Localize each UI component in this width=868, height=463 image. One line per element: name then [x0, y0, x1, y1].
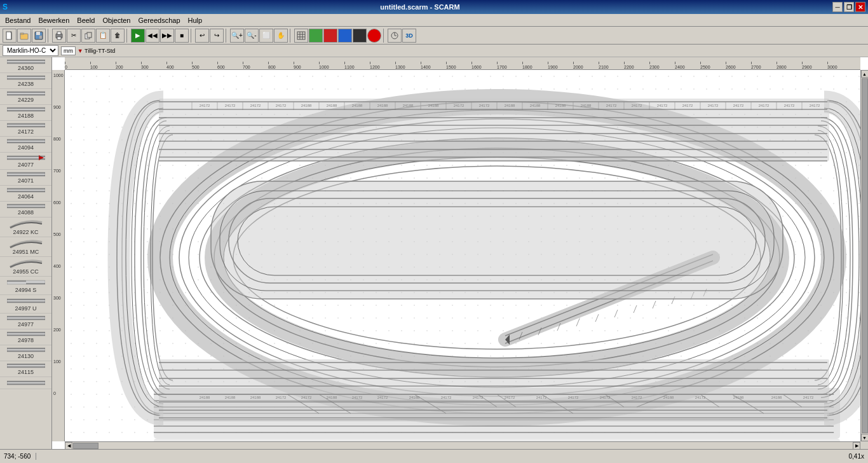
zoom-in-button[interactable]: 🔍+ [230, 29, 244, 43]
track-canvas[interactable]: 24172 24172 24172 24172 24188 24188 2418… [65, 70, 860, 449]
sidebar-item-24188[interactable]: 24188 [0, 105, 51, 121]
restore-button[interactable]: ❐ [844, 2, 854, 12]
color-dark-button[interactable] [353, 29, 367, 43]
save-button[interactable] [32, 29, 46, 43]
sidebar-item-24978[interactable]: 24978 [0, 329, 51, 345]
open-button[interactable] [17, 29, 31, 43]
ruler-mark-1300: 1300 [395, 65, 405, 69]
minimize-button[interactable]: ─ [832, 2, 843, 12]
print-button[interactable] [52, 29, 66, 43]
sidebar-item-24071[interactable]: 24071 [0, 170, 51, 186]
pan-button[interactable]: ✋ [274, 29, 288, 43]
sidebar-item-24951mc[interactable]: 24951 MC [0, 237, 51, 257]
sidebar-item-24997u-label: 24997 U [15, 305, 36, 312]
grid-button[interactable] [294, 29, 308, 43]
sidebar-item-24077[interactable]: 24077 [0, 153, 51, 170]
sidebar-item-24130[interactable]: 24130 [0, 345, 51, 361]
sidebar-item-24977[interactable]: 24977 [0, 314, 51, 329]
close-button[interactable]: ✕ [855, 2, 865, 12]
sidebar-item-24094-label: 24094 [18, 144, 34, 151]
zoom-out-button[interactable]: 🔍- [245, 29, 259, 43]
titlebar: S untitled.scarm - SCARM ─ ❐ ✕ [0, 0, 868, 14]
sidebar-item-24360[interactable]: 24360 [0, 57, 51, 73]
sidebar-item-extra[interactable] [0, 377, 51, 389]
sidebar-item-24977-label: 24977 [18, 321, 34, 328]
ruler-mark-v-900: 900 [53, 105, 61, 109]
menu-bewerken[interactable]: Bewerken [34, 15, 73, 25]
copy-button[interactable] [81, 29, 95, 43]
ruler-mark-1200: 1200 [370, 65, 380, 69]
ruler-top: 0 100 200 300 400 500 600 700 800 900 10… [65, 57, 860, 70]
ruler-mark-v-700: 700 [53, 169, 61, 173]
cut-button[interactable]: ✂ [67, 29, 81, 43]
sidebar-item-24094[interactable]: 24094 [0, 137, 51, 153]
color-red-button[interactable] [323, 29, 337, 43]
ruler-mark-1700: 1700 [497, 65, 507, 69]
sidebar-item-24188-label: 24188 [18, 113, 34, 119]
sep1 [48, 29, 50, 43]
3d-button[interactable]: 3D [402, 29, 416, 43]
ruler-mark-3000: 3000 [827, 65, 837, 69]
scrollbar-right[interactable]: ▲ ▼ [860, 70, 868, 441]
scroll-up-button[interactable]: ▲ [861, 70, 869, 78]
stop-button[interactable]: ■ [175, 29, 189, 43]
scroll-right-button[interactable]: ▶ [853, 442, 860, 450]
titlebar-left: S [3, 3, 8, 11]
sidebar-item-24172[interactable]: 24172 [0, 121, 51, 137]
sidebar-item-24229[interactable]: 24229 [0, 89, 51, 105]
menubar: Bestand Bewerken Beeld Objecten Gereedsc… [0, 14, 868, 27]
track-library-label: ▼ Tillig-TT-Std [78, 48, 115, 54]
sidebar-item-24088[interactable]: 24088 [0, 202, 51, 218]
menu-objecten[interactable]: Objecten [98, 15, 134, 25]
sidebar-item-24115[interactable]: 24115 [0, 361, 51, 377]
ruler-mark-2800: 2800 [776, 65, 787, 69]
rewind-button[interactable]: ◀◀ [146, 29, 159, 43]
scroll-thumb-horizontal[interactable] [73, 443, 98, 449]
sidebar-item-24077-label: 24077 [18, 162, 34, 168]
sep2 [126, 29, 129, 43]
menu-hulp[interactable]: Hulp [184, 15, 207, 25]
svg-rect-4 [36, 32, 40, 35]
scroll-left-button[interactable]: ◀ [65, 442, 72, 450]
sidebar-item-24238[interactable]: 24238 [0, 73, 51, 89]
paste-button[interactable]: 📋 [96, 29, 110, 43]
ruler-mark-900: 900 [294, 65, 301, 69]
ruler-left: 1000 900 800 700 600 500 400 300 200 100… [52, 70, 65, 441]
ruler-mark-1800: 1800 [522, 65, 532, 69]
sidebar-item-24064[interactable]: 24064 [0, 186, 51, 202]
zoom-fit-button[interactable]: ⬜ [259, 29, 273, 43]
ruler-mark-v-500: 500 [53, 232, 61, 237]
ruler-mark-1100: 1100 [344, 65, 355, 69]
scroll-down-button[interactable]: ▼ [861, 434, 869, 441]
sep5 [290, 29, 292, 43]
undo-button[interactable]: ↩ [195, 29, 209, 43]
sidebar-item-24360-label: 24360 [18, 65, 34, 71]
menu-bestand[interactable]: Bestand [1, 15, 34, 25]
sidebar-item-24994s-label: 24994 S [15, 287, 37, 293]
measure-button[interactable] [388, 29, 402, 43]
sidebar-item-24997u[interactable]: 24997 U [0, 295, 51, 314]
sidebar-item-24922kc[interactable]: 24922 KC [0, 218, 51, 237]
menu-gereedschap[interactable]: Gereedschap [134, 15, 184, 25]
forward-button[interactable]: ▶▶ [160, 29, 174, 43]
sidebar-item-24955cc[interactable]: 24955 CC [0, 257, 51, 277]
scale-dropdown[interactable]: Marklin-HO-C [3, 45, 58, 56]
delete-button[interactable]: 🗑 [111, 29, 125, 43]
canvas-area[interactable]: 0 100 200 300 400 500 600 700 800 900 10… [52, 57, 868, 449]
new-button[interactable] [3, 29, 17, 43]
scroll-thumb-vertical[interactable] [862, 78, 868, 433]
ruler-mark-1400: 1400 [421, 65, 431, 69]
sidebar-item-24994s[interactable]: 24994 S [0, 277, 51, 295]
scrollbar-bottom[interactable]: ◀ ▶ [65, 441, 860, 449]
play-button[interactable]: ▶ [131, 29, 145, 43]
color-red2-button[interactable] [367, 29, 381, 43]
menu-beeld[interactable]: Beeld [73, 15, 98, 25]
color-green-button[interactable] [309, 29, 323, 43]
ruler-mark-800: 800 [268, 65, 276, 69]
svg-rect-234 [159, 359, 829, 422]
svg-rect-0 [6, 32, 11, 39]
svg-rect-8 [57, 37, 61, 39]
redo-button[interactable]: ↪ [210, 29, 224, 43]
ruler-mark-0: 0 [65, 65, 67, 69]
color-blue-button[interactable] [338, 29, 352, 43]
